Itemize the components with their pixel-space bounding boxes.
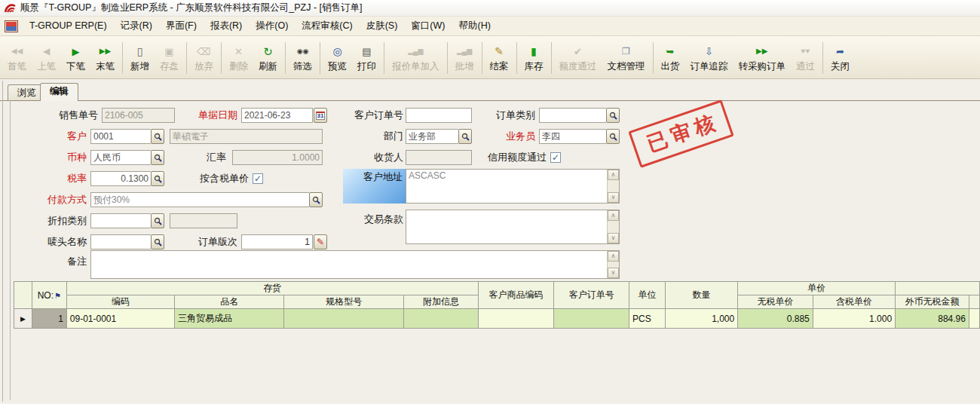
grid-cell[interactable] bbox=[969, 309, 979, 329]
toolbar-button-to-purchase[interactable]: ▶▶转采购订单 bbox=[733, 38, 792, 76]
menu-item[interactable]: 操作(O) bbox=[249, 18, 295, 33]
toolbar-button-label: 打印 bbox=[357, 60, 376, 73]
discount-type-lookup-button[interactable] bbox=[151, 213, 164, 228]
mark-name-field[interactable] bbox=[90, 234, 151, 249]
toolbar-button-first-record: ◀◀首笔 bbox=[2, 38, 32, 76]
menu-item[interactable]: 流程审核(C) bbox=[295, 18, 359, 33]
scroll-up-icon[interactable]: ∧ bbox=[608, 210, 619, 221]
customer-address-field[interactable]: ASCASC bbox=[406, 170, 607, 203]
consignee-label: 收货人 bbox=[358, 150, 403, 165]
exchange-rate-label: 汇率 bbox=[181, 150, 226, 165]
order-version-field[interactable] bbox=[241, 234, 313, 249]
panel-left-border bbox=[2, 81, 3, 402]
menu-items: T-GROUP ERP(E)记录(R)界面(F)报表(R)操作(O)流程审核(C… bbox=[23, 20, 498, 32]
toolbar-button-close-exit[interactable]: ➦关闭 bbox=[825, 38, 855, 76]
toolbar-button-refresh[interactable]: ↻刷新 bbox=[253, 38, 283, 76]
order-type-control bbox=[539, 108, 620, 123]
menu-item[interactable]: 界面(F) bbox=[159, 18, 204, 33]
tax-rate-lookup-button[interactable] bbox=[151, 171, 164, 186]
row-selector-arrow-icon[interactable]: ▶ bbox=[14, 309, 32, 329]
customer-code-field[interactable] bbox=[90, 129, 151, 144]
toolbar-button-print[interactable]: ▤打印 bbox=[352, 38, 381, 76]
tax-included-checkbox[interactable]: ✓ bbox=[253, 173, 263, 184]
grid-cell[interactable]: 09-01-0001 bbox=[66, 309, 174, 329]
toolbar-button-order-track[interactable]: ⇩订单追踪 bbox=[685, 38, 733, 76]
order-type-lookup-button[interactable] bbox=[606, 108, 620, 123]
menu-item[interactable]: 记录(R) bbox=[114, 18, 159, 33]
grid-cell[interactable] bbox=[404, 309, 479, 329]
scroll-down-icon[interactable]: ∨ bbox=[608, 192, 619, 203]
grid-cell[interactable]: 1.000 bbox=[813, 309, 895, 329]
remark-field[interactable] bbox=[91, 251, 607, 278]
toolbar-button-close-case[interactable]: ✎结案 bbox=[485, 38, 514, 76]
grid-col-header: 规格型号 bbox=[284, 295, 404, 309]
department-field[interactable] bbox=[406, 129, 458, 144]
toolbar: ◀◀首笔◀上笔▶下笔▶▶末笔▯新增▣存盘⌫放弃✕删除↻刷新◉◉筛选◎预览▤打印▂… bbox=[0, 36, 980, 79]
tab-edit[interactable]: 编辑 bbox=[40, 83, 78, 101]
currency-field[interactable] bbox=[90, 150, 151, 165]
toolbar-button-last-record[interactable]: ▶▶末笔 bbox=[90, 38, 120, 76]
salesman-field[interactable] bbox=[539, 129, 606, 144]
toolbar-button-quote-add: ▂▄▆报价单加入 bbox=[387, 38, 445, 76]
grid-cell[interactable] bbox=[554, 309, 629, 329]
scroll-down-icon[interactable]: ∨ bbox=[608, 233, 619, 243]
doc-date-field[interactable] bbox=[241, 108, 313, 123]
toolbar-button-label: 批增 bbox=[455, 60, 474, 73]
menu-item[interactable]: 帮助(H) bbox=[452, 18, 497, 33]
toolbar-button-ship[interactable]: ➥出货 bbox=[656, 38, 685, 76]
department-lookup-button[interactable] bbox=[458, 129, 472, 144]
toolbar-separator bbox=[447, 42, 448, 74]
lookup-icon bbox=[461, 133, 470, 141]
menu-item[interactable]: 窗口(W) bbox=[404, 18, 452, 33]
toolbar-button-label: 末笔 bbox=[96, 60, 115, 73]
save-icon: ▣ bbox=[164, 43, 173, 60]
grid-cell[interactable]: PCS bbox=[629, 309, 666, 329]
credit-passed-checkbox[interactable]: ✓ bbox=[550, 152, 561, 163]
menu-item[interactable]: 皮肤(S) bbox=[360, 18, 405, 33]
grid-cell[interactable]: 884.96 bbox=[896, 309, 969, 329]
grid-cell[interactable] bbox=[478, 309, 554, 329]
mark-name-lookup-button[interactable] bbox=[151, 234, 164, 249]
toolbar-button-filter[interactable]: ◉◉筛选 bbox=[288, 38, 317, 76]
discount-type-field[interactable] bbox=[90, 213, 151, 228]
order-type-field[interactable] bbox=[539, 108, 606, 123]
grid-cell[interactable]: 1,000 bbox=[665, 309, 737, 329]
salesman-lookup-button[interactable] bbox=[606, 129, 620, 144]
menu-item[interactable]: T-GROUP ERP(E) bbox=[23, 18, 114, 33]
tax-rate-field[interactable] bbox=[90, 171, 151, 186]
trade-terms-field[interactable] bbox=[406, 210, 607, 243]
grid-cell[interactable]: 三角贸易成品 bbox=[175, 309, 284, 329]
menu-item[interactable]: 报表(R) bbox=[204, 18, 249, 33]
toolbar-button-next-record[interactable]: ▶下笔 bbox=[61, 38, 90, 76]
toolbar-button-preview[interactable]: ◎预览 bbox=[323, 38, 352, 76]
app-grid-icon bbox=[5, 20, 18, 32]
toolbar-button-label: 放弃 bbox=[194, 60, 213, 73]
title-bar: 顺景『T-GROUP』制造业ERP系统 - 广东顺景软件科技有限公司_PZJ -… bbox=[0, 0, 980, 17]
toolbar-button-label: 存盘 bbox=[160, 60, 179, 73]
order-version-edit-button[interactable]: ✎ bbox=[314, 234, 327, 249]
customer-order-no-field[interactable] bbox=[406, 108, 472, 123]
payment-method-lookup-button[interactable] bbox=[309, 192, 323, 207]
currency-lookup-button[interactable] bbox=[151, 150, 164, 165]
lookup-icon bbox=[154, 154, 162, 162]
exchange-rate-field bbox=[232, 150, 323, 165]
red-pen-icon: ✎ bbox=[317, 237, 324, 247]
calendar-button[interactable]: 31 bbox=[314, 108, 327, 123]
toolbar-button-inventory[interactable]: ▮库存 bbox=[519, 38, 549, 76]
customer-label: 客户 bbox=[41, 129, 87, 144]
scroll-up-icon[interactable]: ∧ bbox=[608, 251, 619, 262]
toolbar-separator bbox=[221, 42, 222, 74]
scroll-down-icon[interactable]: ∨ bbox=[608, 268, 619, 278]
toolbar-button-doc-mgmt[interactable]: ❐文档管理 bbox=[602, 38, 651, 76]
pin-icon[interactable]: ⚑ bbox=[54, 292, 61, 300]
menu-bar: T-GROUP ERP(E)记录(R)界面(F)报表(R)操作(O)流程审核(C… bbox=[0, 17, 980, 36]
customer-lookup-button[interactable] bbox=[151, 129, 164, 144]
scroll-up-icon[interactable]: ∧ bbox=[608, 170, 619, 180]
toolbar-button-label: 库存 bbox=[525, 60, 544, 73]
toolbar-button-new-doc[interactable]: ▯新增 bbox=[125, 38, 155, 76]
grid-cell[interactable]: 0.885 bbox=[738, 309, 813, 329]
quote-add-icon: ▂▄▆ bbox=[408, 43, 423, 60]
payment-method-field[interactable] bbox=[90, 192, 309, 207]
grid-cell[interactable] bbox=[284, 309, 404, 329]
lookup-icon bbox=[154, 217, 162, 225]
